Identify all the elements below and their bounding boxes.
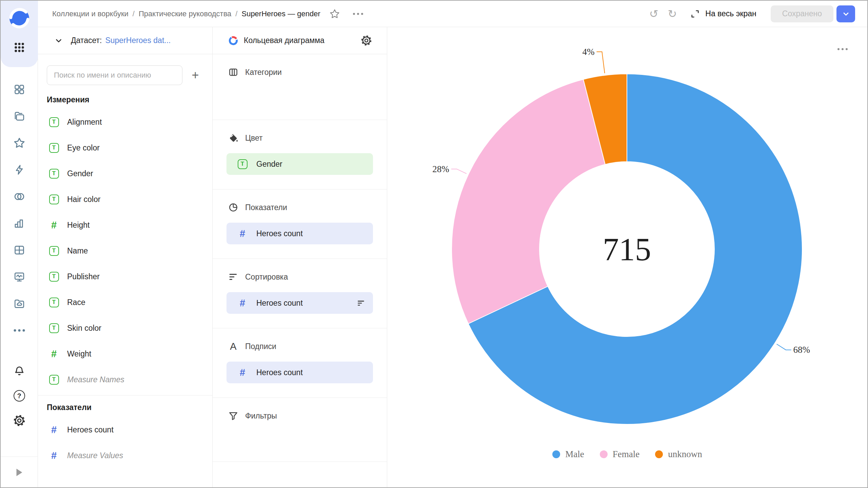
- saved-button[interactable]: Сохранено: [771, 5, 833, 22]
- fullscreen-label: На весь экран: [705, 9, 756, 18]
- sort-desc-icon[interactable]: [357, 299, 366, 307]
- datalens-logo[interactable]: [9, 8, 30, 29]
- save-dropdown-button[interactable]: [836, 5, 855, 22]
- field-row-alignment[interactable]: T Alignment: [38, 109, 212, 135]
- legend-item-male[interactable]: Male: [552, 449, 584, 460]
- charts-icon[interactable]: [14, 218, 25, 229]
- storage-folder-icon[interactable]: [14, 298, 25, 309]
- chart-menu-ellipsis-icon[interactable]: [353, 13, 363, 15]
- breadcrumb-collections[interactable]: Коллекции и воркбуки: [52, 9, 129, 18]
- section-measures: Показатели # Heroes count: [213, 189, 387, 259]
- columns-icon: [228, 67, 238, 77]
- field-row-race[interactable]: T Race: [38, 289, 212, 315]
- rail-divider: [1, 456, 38, 457]
- field-row-skin-color[interactable]: T Skin color: [38, 315, 212, 341]
- legend-dot: [600, 450, 608, 458]
- notifications-bell-icon[interactable]: [14, 365, 25, 377]
- text-field-icon: T: [49, 195, 59, 204]
- chip-heroes-count-measure[interactable]: # Heroes count: [226, 223, 373, 244]
- chart-preview-area: 68%28%4% 715 MaleFemaleunknown: [387, 27, 867, 487]
- slice-percent-label: 4%: [582, 47, 594, 57]
- label-connector: [451, 169, 467, 174]
- slice-percent-label: 68%: [793, 345, 810, 355]
- field-row-eye-color[interactable]: T Eye color: [38, 135, 212, 161]
- redo-icon[interactable]: ↻: [668, 8, 677, 19]
- favorite-star-icon[interactable]: [329, 8, 340, 19]
- legend-dot: [552, 450, 560, 458]
- label-connector: [596, 52, 605, 73]
- apps-grid-icon[interactable]: [13, 41, 26, 54]
- tables-icon[interactable]: [14, 244, 25, 256]
- add-field-button[interactable]: +: [187, 65, 203, 85]
- legend-label: Male: [565, 449, 584, 460]
- section-sorting: Сортировка # Heroes count: [213, 259, 387, 328]
- section-title: Цвет: [245, 134, 263, 143]
- dataset-header: Датасет: SuperHeroes dat...: [38, 27, 212, 54]
- settings-gear-icon[interactable]: [13, 414, 25, 427]
- fullscreen-icon: [690, 9, 700, 19]
- chart-type-header: Кольцевая диаграмма: [213, 27, 387, 54]
- text-field-icon: T: [49, 375, 59, 385]
- breadcrumb-guides[interactable]: Практические руководства: [139, 9, 231, 18]
- label-connector: [777, 344, 791, 350]
- measures-title: Показатели: [47, 403, 212, 412]
- legend-dot: [655, 450, 663, 458]
- more-services-icon[interactable]: [14, 329, 25, 332]
- fullscreen-button[interactable]: На весь экран: [690, 9, 756, 19]
- chip-heroes-count-label[interactable]: # Heroes count: [226, 362, 373, 383]
- datasets-icon[interactable]: [13, 190, 25, 203]
- panel-divider: [38, 395, 212, 395]
- chart-settings-gear-icon[interactable]: [361, 35, 372, 46]
- field-row-publisher[interactable]: T Publisher: [38, 264, 212, 289]
- favorites-star-icon[interactable]: [13, 137, 25, 149]
- sort-icon: [228, 272, 238, 282]
- dashboards-icon[interactable]: [14, 271, 25, 283]
- workbooks-folders-icon[interactable]: [14, 110, 25, 122]
- datalens-wizard-window: ? Коллекции и воркбуки / Практические ру…: [0, 0, 868, 488]
- field-row-hair-color[interactable]: T Hair color: [38, 186, 212, 212]
- expand-panel-icon[interactable]: [16, 469, 22, 476]
- search-input[interactable]: [47, 65, 182, 85]
- field-row-height[interactable]: # Height: [38, 212, 212, 238]
- field-row-gender[interactable]: T Gender: [38, 161, 212, 186]
- chip-gender[interactable]: T Gender: [226, 153, 373, 175]
- chart-type-label[interactable]: Кольцевая диаграмма: [244, 36, 324, 45]
- field-row-measure-names[interactable]: T Measure Names: [38, 367, 212, 392]
- legend-label: Female: [613, 449, 639, 460]
- field-row-name[interactable]: T Name: [38, 238, 212, 264]
- connections-icon[interactable]: [14, 164, 25, 176]
- text-field-icon: T: [49, 169, 59, 179]
- undo-icon[interactable]: ↺: [649, 8, 658, 19]
- number-field-icon: #: [51, 451, 57, 461]
- donut-slice-female[interactable]: [452, 79, 605, 324]
- breadcrumb-separator: /: [235, 9, 237, 18]
- section-labels: A Подписи # Heroes count: [213, 328, 387, 398]
- help-question-icon[interactable]: ?: [14, 390, 25, 402]
- chart-config-panel: Кольцевая диаграмма: [213, 27, 387, 487]
- number-field-icon: #: [240, 229, 245, 239]
- dataset-panel: Датасет: SuperHeroes dat... + Измерения …: [38, 27, 213, 487]
- text-field-icon: T: [49, 143, 59, 153]
- section-title: Подписи: [245, 342, 276, 351]
- section-title: Фильтры: [245, 411, 277, 421]
- number-field-icon: #: [51, 349, 57, 359]
- chip-heroes-count-sort[interactable]: # Heroes count: [226, 292, 373, 314]
- categories-drop-zone[interactable]: [226, 79, 373, 106]
- collections-grid-icon[interactable]: [14, 84, 25, 95]
- breadcrumb: Коллекции и воркбуки / Практические руко…: [52, 9, 320, 18]
- field-row-heroes-count[interactable]: # Heroes count: [38, 417, 212, 443]
- question-glyph: ?: [17, 392, 21, 400]
- dataset-name-link[interactable]: SuperHeroes dat...: [105, 36, 171, 45]
- legend-item-female[interactable]: Female: [600, 449, 639, 460]
- donut-chart: 68%28%4% 715: [387, 27, 867, 487]
- section-color: Цвет T Gender: [213, 120, 387, 189]
- field-row-measure-values[interactable]: # Measure Values: [38, 443, 212, 468]
- chevron-down-icon[interactable]: [55, 37, 63, 45]
- dataset-label: Датасет:: [71, 36, 102, 45]
- measures-list: # Heroes count # Measure Values: [38, 417, 212, 468]
- field-row-weight[interactable]: # Weight: [38, 341, 212, 367]
- chevron-down-icon: [842, 10, 850, 18]
- top-bar: Коллекции и воркбуки / Практические руко…: [38, 1, 867, 27]
- legend-item-unknown[interactable]: unknown: [655, 449, 702, 460]
- legend-label: unknown: [668, 449, 702, 460]
